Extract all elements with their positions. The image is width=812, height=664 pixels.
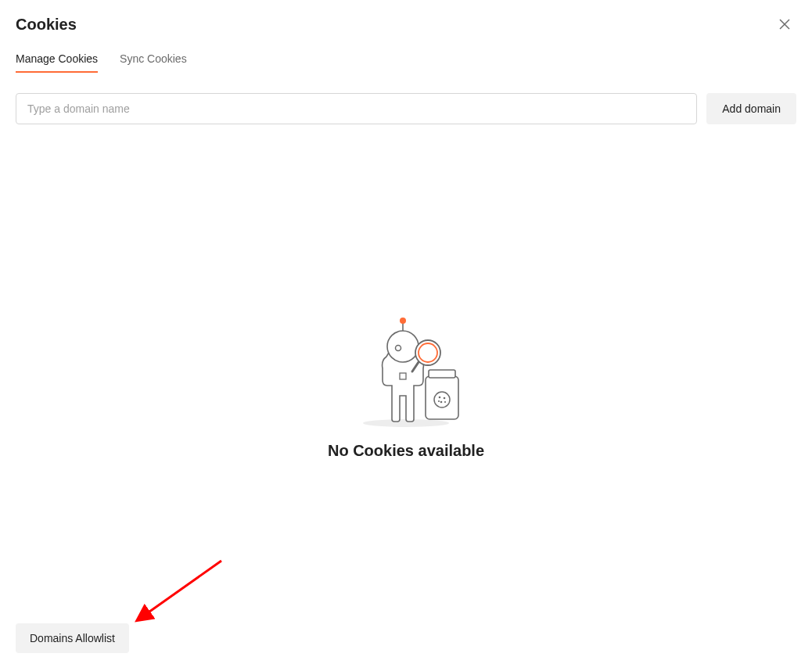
svg-rect-12 [429, 370, 455, 378]
domain-name-input[interactable] [16, 93, 697, 124]
svg-point-5 [400, 318, 406, 324]
svg-point-16 [440, 400, 443, 403]
svg-rect-11 [426, 376, 458, 419]
tab-bar: Manage Cookies Sync Cookies [16, 52, 796, 73]
empty-state: No Cookies available [16, 124, 796, 648]
tab-manage-cookies[interactable]: Manage Cookies [16, 52, 98, 73]
dialog-header: Cookies [16, 16, 796, 34]
empty-state-illustration [351, 314, 461, 431]
empty-state-title: No Cookies available [328, 442, 484, 460]
svg-point-15 [444, 397, 446, 399]
close-icon [778, 18, 791, 33]
domains-allowlist-button[interactable]: Domains Allowlist [16, 623, 129, 653]
cookies-dialog: Cookies Manage Cookies Sync Cookies Add … [0, 0, 812, 664]
svg-point-17 [444, 400, 446, 402]
domain-input-row: Add domain [16, 93, 796, 124]
tab-sync-cookies[interactable]: Sync Cookies [120, 52, 187, 73]
dialog-title: Cookies [16, 16, 77, 34]
svg-point-14 [439, 396, 441, 398]
add-domain-button[interactable]: Add domain [706, 93, 796, 124]
dialog-footer: Domains Allowlist [16, 623, 129, 653]
svg-point-18 [438, 400, 440, 401]
close-button[interactable] [777, 17, 792, 33]
svg-point-3 [387, 331, 419, 362]
